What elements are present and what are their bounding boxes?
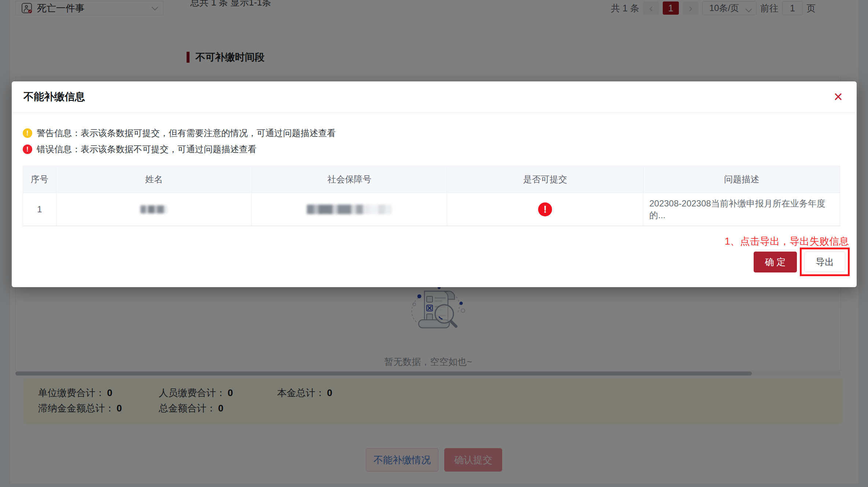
warning-icon: !: [23, 128, 32, 138]
error-legend-line: ! 错误信息：表示该条数据不可提交，可通过问题描述查看: [23, 143, 336, 155]
col-header-index: 序号: [23, 166, 56, 193]
redacted-name: [140, 205, 168, 213]
redacted-ssn: [307, 205, 392, 214]
dialog-header: 不能补缴信息 ×: [12, 81, 857, 113]
error-legend-text: 错误信息：表示该条数据不可提交，可通过问题描述查看: [37, 143, 257, 155]
confirm-button[interactable]: 确 定: [754, 252, 797, 272]
warning-legend-line: ! 警告信息：表示该条数据可提交，但有需要注意的情况，可通过问题描述查看: [23, 127, 336, 139]
cell-index: 1: [23, 193, 56, 226]
table-header-row: 序号 姓名 社会保障号 是否可提交 问题描述: [23, 166, 840, 193]
screen: 死亡一件事 总共 1 条 显示1-1条 共 1 条 ‹ 1 › 10条/页 前往…: [0, 0, 868, 487]
close-icon[interactable]: ×: [834, 89, 843, 105]
col-header-ssn: 社会保障号: [252, 166, 447, 193]
col-header-submittable: 是否可提交: [447, 166, 644, 193]
cell-ssn: [252, 193, 447, 226]
dialog-title: 不能补缴信息: [23, 90, 85, 104]
dialog-body: ! 警告信息：表示该条数据可提交，但有需要注意的情况，可通过问题描述查看 ! 错…: [12, 113, 857, 287]
export-annotation: 1、点击导出，导出失败信息: [725, 235, 849, 248]
error-icon: !: [23, 144, 32, 154]
cell-submittable: !: [447, 193, 644, 226]
cell-name: [56, 193, 252, 226]
dialog-actions: 确 定 导出: [754, 248, 850, 276]
col-header-name: 姓名: [56, 166, 252, 193]
cannot-repay-info-dialog: 不能补缴信息 × ! 警告信息：表示该条数据可提交，但有需要注意的情况，可通过问…: [12, 81, 857, 287]
col-header-description: 问题描述: [643, 166, 840, 193]
export-button[interactable]: 导出: [804, 252, 845, 272]
error-icon: !: [538, 202, 552, 216]
table-row: 1 ! 202308-202308当前补缴申报月所在业务年度的...: [23, 193, 840, 226]
failure-table: 序号 姓名 社会保障号 是否可提交 问题描述 1 ! 202308-202308…: [23, 166, 840, 226]
legend: ! 警告信息：表示该条数据可提交，但有需要注意的情况，可通过问题描述查看 ! 错…: [23, 127, 336, 160]
warning-legend-text: 警告信息：表示该条数据可提交，但有需要注意的情况，可通过问题描述查看: [37, 127, 336, 139]
export-highlight-box: 导出: [800, 248, 850, 276]
cell-description: 202308-202308当前补缴申报月所在业务年度的...: [643, 193, 840, 226]
